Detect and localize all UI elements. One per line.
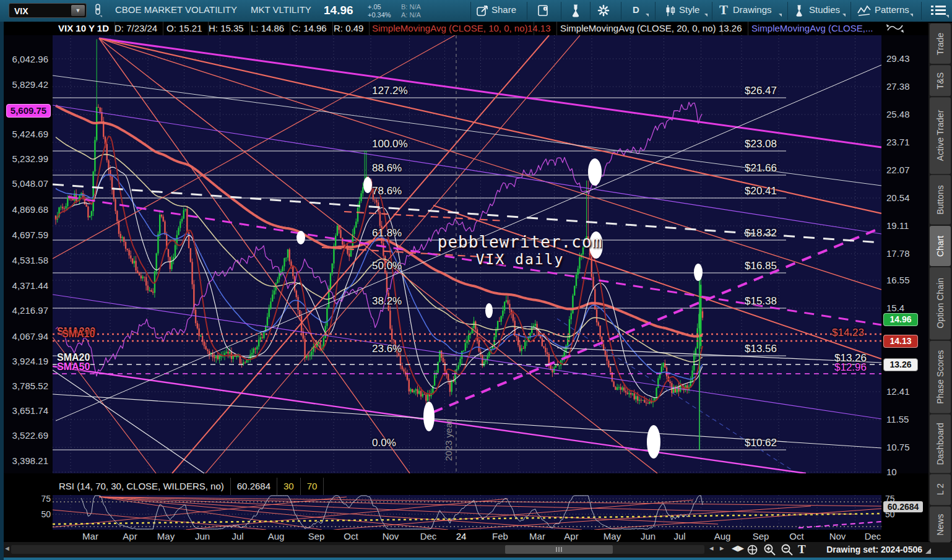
left-axis-tick: 4,697.59 [12,230,48,240]
left-axis-tick: 4,531.58 [12,255,48,265]
x-axis-month-label: Jun [195,531,210,541]
timeframe-button[interactable]: D [633,4,639,15]
x-axis-month-label: Apr [123,531,137,541]
left-axis-tick: 4,067.94 [12,331,48,342]
study-sma10-label[interactable]: SimpleMovingAvg (CLOSE, 10, 0, no) [366,22,534,35]
sidebar-tab-buttons[interactable]: Buttons [930,175,951,225]
drawing-set-label[interactable]: Drawing set: 2024-0506 [826,545,922,554]
sidebar-tab-trade[interactable]: Trade [930,24,951,64]
studies-flask-icon[interactable] [794,4,806,18]
left-axis-tick: 5,829.42 [12,79,48,90]
x-axis-month-label: Jun [641,531,656,541]
right-axis-tick: 20.54 [886,192,910,203]
rsi-right-tick: 50 [885,509,895,519]
rsi-title[interactable]: RSI (14, 70, 30, CLOSE, WILDERS, no) [53,478,231,495]
right-axis-tick: 10.75 [886,442,910,452]
drawings-button[interactable]: Drawings [733,4,772,15]
time-axis[interactable]: MarAprMayJunJulAugSepOctNovDec24FebMarAp… [0,530,952,542]
sidebar-tab-option-chain[interactable]: Option Chain [930,267,951,340]
chart-style-icon[interactable] [665,4,676,17]
left-price-axis-spx[interactable]: 6,042.965,829.425,424.695,232.995,048.07… [0,35,53,473]
sidebar-tab-dashboard[interactable]: Dashboard [930,415,951,473]
link-symbol-icon[interactable] [93,3,103,18]
timeframe-caret-icon [646,14,649,17]
sidebar-tab-active-trader[interactable]: Active Trader [930,97,951,174]
sidebar-tab-t-s[interactable]: T&S [930,65,951,96]
studies-caret-icon [842,14,846,17]
pan-crosshair-icon[interactable] [746,544,758,556]
x-axis-month-label: 24 [456,531,467,541]
news-note-icon[interactable]: i [537,4,550,17]
wave-cursor-icon[interactable] [885,22,906,35]
style-button[interactable]: Style [679,4,699,15]
right-sidebar-gadgets: TradeT&SActive TraderButtonsChartOption … [928,23,952,541]
menu-caret-icon [946,15,949,18]
left-axis-tick: 4,216.97 [12,305,48,316]
scroll-left-arrow-icon[interactable]: ◄ [4,545,11,552]
studies-button[interactable]: Studies [809,4,840,15]
patterns-icon[interactable] [857,4,872,17]
resize-corner-icon[interactable] [925,548,931,554]
patterns-button[interactable]: Patterns [875,4,909,15]
chart-scrollbar-track[interactable] [11,545,704,554]
sidebar-tab-chart[interactable]: Chart [930,226,951,266]
left-axis-tick: 3,522.69 [12,430,48,441]
share-button[interactable]: Share [491,4,516,15]
top-toolbar: VIX ▼ CBOE MARKET VOLATILITY MKT VLTILIT… [0,0,952,22]
zoom-out-icon[interactable] [781,543,794,556]
text-tool-icon[interactable]: T [798,543,806,556]
x-axis-month-label: Sep [308,531,325,541]
rsi-left-tick: 50 [37,509,51,519]
right-price-axis-vix[interactable]: 29.4327.3825.4823.7122.0720.5419.1117.78… [881,35,928,473]
ohlc-open: O: 15.21 [161,22,209,35]
study-sma20-value: 13.26 [713,22,748,35]
x-axis-month-label: May [157,531,175,541]
symbol-dropdown-button[interactable]: ▼ [71,5,85,16]
symbol-input[interactable]: VIX ▼ [9,3,87,18]
chart-scrollbar-thumb[interactable] [505,545,613,554]
drawings-tool-icon: T [719,2,728,18]
x-axis-month-label: Jul [232,531,243,541]
patterns-caret-icon [910,14,913,17]
style-caret-icon [704,14,708,17]
rsi-study-header: RSI (14, 70, 30, CLOSE, WILDERS, no) 60.… [53,478,881,495]
right-axis-tick: 29.43 [886,53,910,64]
right-axis-tick: 27.38 [886,81,910,92]
study-sma20-label[interactable]: SimpleMovingAvg (CLOSE, 20, 0, no) [555,22,722,35]
year-divider-label: 2023 year [443,420,454,461]
rsi-plot[interactable] [53,495,881,530]
share-icon[interactable] [477,5,489,17]
chart-title[interactable]: VIX 10 Y 1D [53,22,115,35]
symbol-value: VIX [14,6,28,16]
left-axis-tick: 3,785.52 [12,381,48,391]
x-axis-month-label: Dec [865,531,881,541]
expand-horizontal-icon[interactable]: ◀▶ [732,543,744,553]
page-right-icon[interactable]: ▸ [720,543,724,553]
sidebar-tab-news[interactable]: News [930,507,951,543]
settings-gear-icon[interactable] [597,4,610,17]
right-axis-tick: 23.71 [886,137,910,147]
study-sma3-label[interactable]: SimpleMovingAvg (CLOSE,... [746,22,878,35]
sidebar-tab-phase-scores[interactable]: Phase Scores [930,341,951,413]
x-axis-month-label: Oct [344,531,358,541]
right-axis-tick: 10 [886,467,897,477]
right-axis-tick: 15.4 [886,303,904,313]
instrument-name: CBOE MARKET VOLATILITY [115,4,237,15]
main-chart-plot[interactable]: 2023 year [53,35,881,473]
x-axis-month-label: Sep [753,531,769,541]
ohlc-close: C: 14.96 [286,22,333,35]
left-axis-tick: 6,042.96 [12,54,48,64]
ask-value: A: N/A [401,11,421,19]
x-axis-month-label: Dec [420,531,437,541]
right-axis-tick: 11.55 [886,414,909,424]
x-axis-month-label: Feb [492,531,508,541]
zoom-in-icon[interactable] [763,543,776,556]
right-axis-tick: 17.78 [886,248,910,259]
sidebar-tab-l-2[interactable]: L 2 [930,474,951,505]
page-left-icon[interactable]: ◂ [709,543,714,553]
left-axis-tick: 3,398.21 [12,455,48,466]
window-left-edge [0,22,4,560]
menu-hamburger-icon[interactable] [931,6,946,15]
x-axis-month-label: Aug [268,531,285,541]
flask-icon[interactable] [569,4,583,18]
